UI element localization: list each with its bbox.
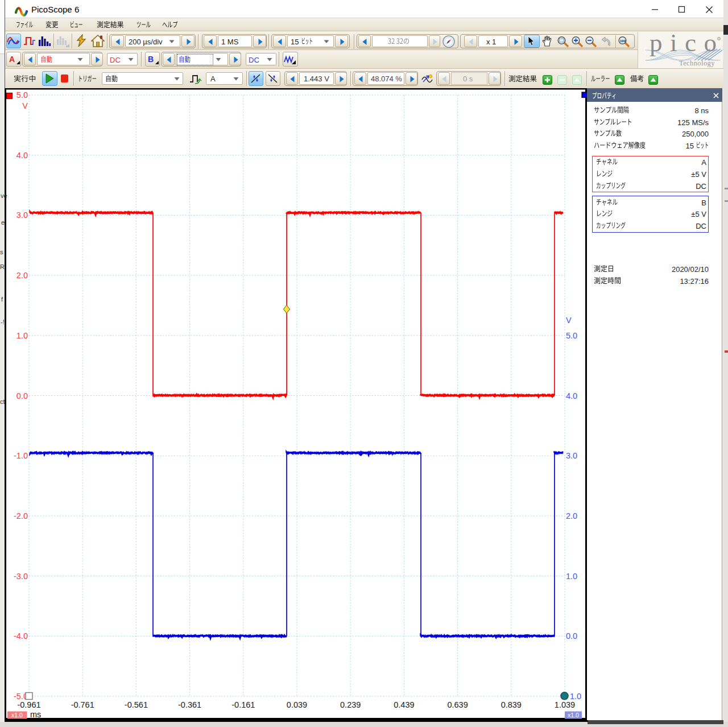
svg-text:Technology: Technology [679, 59, 715, 67]
svg-text:pico: pico [650, 32, 723, 57]
svg-text:V: V [566, 316, 572, 325]
svg-text:0.0: 0.0 [16, 391, 28, 400]
svg-text:1.0: 1.0 [566, 572, 577, 581]
svg-text:-0.361: -0.361 [178, 700, 201, 709]
svg-text:x1.0: x1.0 [11, 712, 23, 718]
svg-text:-0.161: -0.161 [231, 700, 255, 709]
svg-text:1.039: 1.039 [555, 700, 575, 709]
svg-text:-0.961: -0.961 [17, 700, 40, 709]
svg-text:5.0: 5.0 [16, 90, 28, 100]
svg-text:100: 100 [620, 39, 626, 43]
svg-text:x1.0: x1.0 [568, 712, 579, 718]
svg-text:4.0: 4.0 [16, 151, 28, 160]
svg-text:-3.0: -3.0 [14, 572, 28, 581]
svg-text:0.239: 0.239 [340, 700, 361, 709]
svg-text:0.039: 0.039 [287, 700, 307, 709]
svg-text:-0.561: -0.561 [125, 700, 148, 709]
svg-text:ms: ms [30, 710, 41, 719]
svg-text:5.0: 5.0 [566, 331, 577, 340]
svg-text:V: V [22, 101, 28, 110]
svg-text:-1.0: -1.0 [14, 451, 28, 460]
svg-text:0.839: 0.839 [501, 700, 522, 709]
svg-text:0.439: 0.439 [394, 700, 414, 709]
svg-text:3.0: 3.0 [16, 210, 28, 220]
svg-text:3.0: 3.0 [566, 451, 577, 460]
svg-text:0.639: 0.639 [447, 700, 468, 709]
svg-text:2.0: 2.0 [16, 271, 28, 280]
svg-text:-2.0: -2.0 [14, 511, 28, 521]
svg-text:2.0: 2.0 [566, 511, 577, 521]
svg-text:-0.761: -0.761 [71, 700, 94, 709]
svg-text:1.0: 1.0 [570, 692, 581, 701]
svg-text:0.0: 0.0 [566, 631, 577, 641]
svg-text:4.0: 4.0 [566, 391, 577, 400]
svg-text:-4.0: -4.0 [14, 631, 28, 641]
svg-text:1.0: 1.0 [16, 331, 28, 340]
